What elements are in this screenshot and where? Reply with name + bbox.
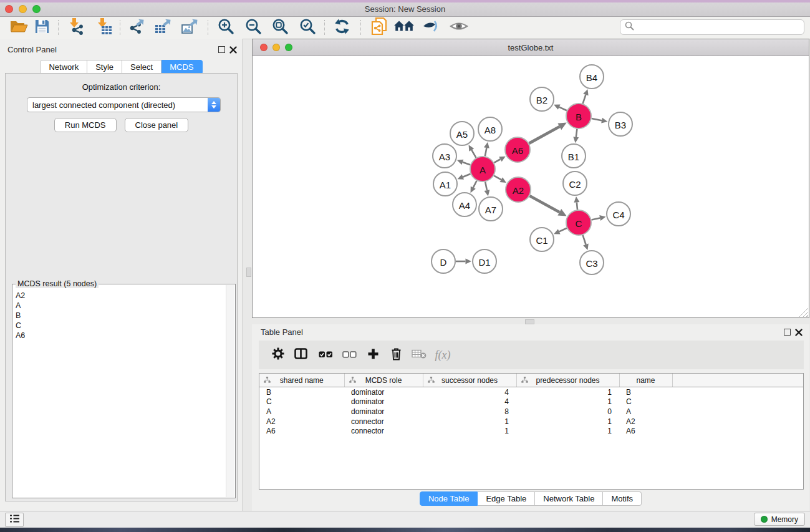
cell-predecessor-nodes[interactable]: 1 [516,397,619,407]
export-network-button[interactable] [125,18,149,37]
edge-B-B4[interactable] [583,95,586,104]
cell-successor-nodes[interactable]: 1 [423,426,516,436]
tab-edge-table[interactable]: Edge Table [478,491,535,506]
open-file-button[interactable] [7,18,31,37]
cell-predecessor-nodes[interactable]: 1 [516,417,619,427]
cell-successor-nodes[interactable]: 4 [423,387,516,397]
network-window-titlebar[interactable]: testGlobe.txt [253,39,809,56]
import-table-button[interactable] [92,18,116,37]
tab-mcds[interactable]: MCDS [162,60,202,74]
cell-name[interactable]: B [619,387,672,397]
edge-A-A1[interactable] [463,174,470,177]
cell-name[interactable]: A6 [619,426,672,436]
edge-A-A8[interactable] [485,148,487,156]
edge-A6-B[interactable] [529,127,559,143]
cell-name[interactable]: A2 [619,417,672,427]
scrollbar-track[interactable] [226,285,234,497]
edge-A-A4[interactable] [473,181,477,188]
cell-successor-nodes[interactable]: 8 [423,407,516,417]
cell-name[interactable]: A [619,407,672,417]
horizontal-splitter-handle[interactable] [525,319,534,324]
column-header-successor-nodes[interactable]: successor nodes [423,374,516,387]
zoom-fit-button[interactable] [268,18,292,37]
edge-A2-C[interactable] [529,196,559,212]
close-table-panel-icon[interactable] [795,327,803,339]
edge-B-B1[interactable] [576,129,577,137]
float-panel-icon[interactable] [218,46,225,53]
delete-rows-button[interactable] [385,346,407,364]
cell-mcds-role[interactable]: dominator [344,397,423,407]
deselect-all-button[interactable] [339,346,360,364]
cell-mcds-role[interactable]: dominator [344,387,423,397]
mcds-result-item[interactable]: C [16,321,223,331]
tab-motifs[interactable]: Motifs [603,491,642,506]
close-panel-icon[interactable] [229,45,237,56]
export-table-button[interactable] [152,18,175,37]
edge-B-B2[interactable] [559,107,567,111]
float-table-panel-icon[interactable] [784,329,791,336]
mcds-result-item[interactable]: A6 [16,331,223,341]
memory-button[interactable]: Memory [754,513,805,526]
cell-shared-name[interactable]: A2 [259,417,344,427]
export-image-button[interactable] [178,18,202,37]
task-history-button[interactable] [5,513,24,527]
column-header-mcds-role[interactable]: MCDS role [344,374,423,387]
cell-successor-nodes[interactable]: 4 [423,397,516,407]
cell-shared-name[interactable]: B [259,387,344,397]
table-row[interactable]: A2connector11A2 [259,417,803,427]
add-row-button[interactable] [362,346,383,364]
tab-style[interactable]: Style [87,60,122,74]
save-session-button[interactable] [30,18,54,37]
mcds-result-item[interactable]: A [16,301,223,311]
tab-network-table[interactable]: Network Table [535,491,603,506]
edge-C-C3[interactable] [583,235,586,244]
column-header-name[interactable]: name [619,374,672,387]
close-panel-button[interactable]: Close panel [125,118,189,132]
zoom-out-button[interactable] [241,18,265,37]
ndex-home-button[interactable] [392,18,416,37]
edge-C-C4[interactable] [592,218,600,220]
table-row[interactable]: Cdominator41C [259,397,803,407]
mcds-result-item[interactable]: A2 [16,291,223,301]
edge-A-A6[interactable] [494,159,500,163]
edge-C-C2[interactable] [577,202,577,210]
criterion-select[interactable]: largest connected component (directed) [27,97,221,112]
zoom-in-button[interactable] [214,18,238,37]
column-header-predecessor-nodes[interactable]: predecessor nodes [516,374,619,387]
vertical-splitter-handle[interactable] [246,268,251,277]
select-all-button[interactable] [315,346,336,364]
cyndex-button[interactable] [367,18,391,37]
search-input[interactable] [637,22,799,32]
tab-node-table[interactable]: Node Table [420,491,478,506]
column-header-shared-name[interactable]: shared name [259,374,344,387]
mcds-result-item[interactable]: B [16,311,223,321]
show-columns-button[interactable] [290,346,311,364]
table-row[interactable]: Adominator80A [259,407,803,417]
edge-A-A5[interactable] [471,150,476,157]
cell-mcds-role[interactable]: dominator [344,407,423,417]
cell-predecessor-nodes[interactable]: 1 [516,387,619,397]
search-box[interactable] [620,19,804,35]
cell-predecessor-nodes[interactable]: 1 [516,426,619,436]
show-hide-button[interactable] [447,18,471,37]
refresh-button[interactable] [330,18,354,37]
cell-mcds-role[interactable]: connector [344,426,423,436]
table-row[interactable]: A6connector11A6 [259,426,803,436]
cell-shared-name[interactable]: A [259,407,344,417]
edge-A-A2[interactable] [494,176,501,180]
edge-C-C1[interactable] [559,228,567,232]
table-row[interactable]: Bdominator41B [259,387,803,397]
run-mcds-button[interactable]: Run MCDS [54,118,117,132]
tab-select[interactable]: Select [122,60,162,74]
edge-B-B3[interactable] [592,118,602,120]
function-builder-button[interactable]: f(x) [432,346,453,364]
cell-shared-name[interactable]: C [259,397,344,407]
tab-network[interactable]: Network [40,60,87,74]
cell-mcds-role[interactable]: connector [344,417,423,427]
delete-table-button[interactable] [408,346,430,364]
zoom-selected-button[interactable] [296,18,319,37]
edge-A-A7[interactable] [485,182,487,191]
network-graph-canvas[interactable]: B4B2BB3A8A5A6A3B1AA1C2A2A4A7C4CC1DD1C3 [253,56,809,318]
edge-A-A3[interactable] [463,162,470,165]
graphics-details-button[interactable] [419,18,443,37]
